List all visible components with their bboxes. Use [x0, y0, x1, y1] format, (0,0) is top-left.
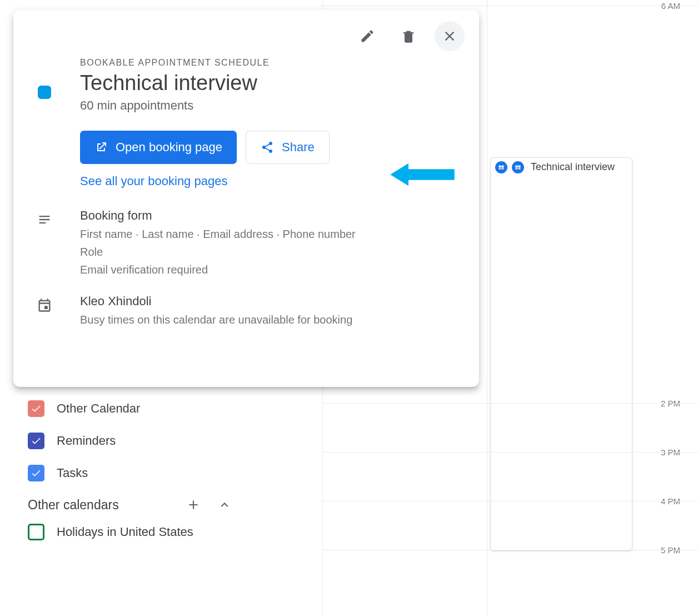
calendar-availability-icon — [28, 294, 61, 329]
event-title: Technical interview — [531, 161, 615, 173]
popup-subtitle: 60 min appointments — [80, 98, 465, 113]
calendar-checkbox[interactable] — [28, 400, 44, 417]
other-calendars-label: Other calendars — [28, 498, 119, 513]
see-all-booking-pages-link[interactable]: See all your booking pages — [80, 174, 227, 188]
grid-line — [322, 550, 698, 550]
calendar-label: Other Calendar — [57, 401, 140, 416]
booking-form-fields: First name · Last name · Email address ·… — [80, 225, 465, 243]
other-calendars-header: Other calendars — [28, 497, 232, 513]
delete-button[interactable] — [393, 21, 423, 51]
close-button[interactable] — [435, 21, 465, 51]
share-label: Share — [282, 140, 315, 155]
appointment-icon — [512, 161, 524, 173]
appointment-icon — [495, 161, 507, 173]
calendar-color-indicator — [38, 86, 51, 99]
calendar-checkbox[interactable] — [28, 524, 44, 540]
booking-form-role: Role — [80, 243, 465, 261]
calendar-checkbox[interactable] — [28, 465, 44, 481]
organizer-name: Kleo Xhindoli — [80, 294, 465, 309]
svg-marker-0 — [390, 163, 455, 186]
share-icon — [261, 141, 274, 154]
calendar-row[interactable]: Other Calendar — [28, 400, 239, 417]
annotation-arrow — [390, 160, 455, 191]
grid-line — [322, 403, 698, 404]
open-external-icon — [94, 141, 108, 154]
collapse-other-calendars-button[interactable] — [217, 497, 232, 513]
popup-title: Technical interview — [80, 71, 465, 95]
calendar-row[interactable]: Reminders — [28, 433, 239, 449]
grid-line — [322, 501, 698, 501]
calendar-row[interactable]: Tasks — [28, 465, 239, 481]
calendar-checkbox[interactable] — [28, 433, 44, 449]
organizer-note: Busy times on this calendar are unavaila… — [80, 311, 465, 329]
grid-line — [322, 6, 698, 6]
calendar-event-block[interactable]: Technical interview — [490, 157, 632, 551]
share-button[interactable]: Share — [246, 131, 330, 164]
open-booking-page-button[interactable]: Open booking page — [80, 131, 237, 164]
add-other-calendar-button[interactable] — [186, 497, 201, 513]
open-booking-page-label: Open booking page — [116, 140, 222, 155]
appointment-schedule-popup: BOOKABLE APPOINTMENT SCHEDULE Technical … — [13, 10, 479, 387]
booking-form-icon — [28, 208, 61, 279]
calendar-label: Tasks — [57, 466, 88, 480]
edit-button[interactable] — [352, 21, 382, 51]
popup-eyebrow: BOOKABLE APPOINTMENT SCHEDULE — [80, 58, 465, 68]
calendar-row[interactable]: Holidays in United States — [28, 524, 239, 540]
grid-line — [322, 452, 698, 453]
booking-form-heading: Booking form — [80, 208, 465, 223]
day-divider — [487, 0, 487, 616]
calendar-label: Holidays in United States — [57, 525, 193, 539]
booking-form-verify: Email verification required — [80, 261, 465, 279]
calendar-label: Reminders — [57, 434, 116, 448]
